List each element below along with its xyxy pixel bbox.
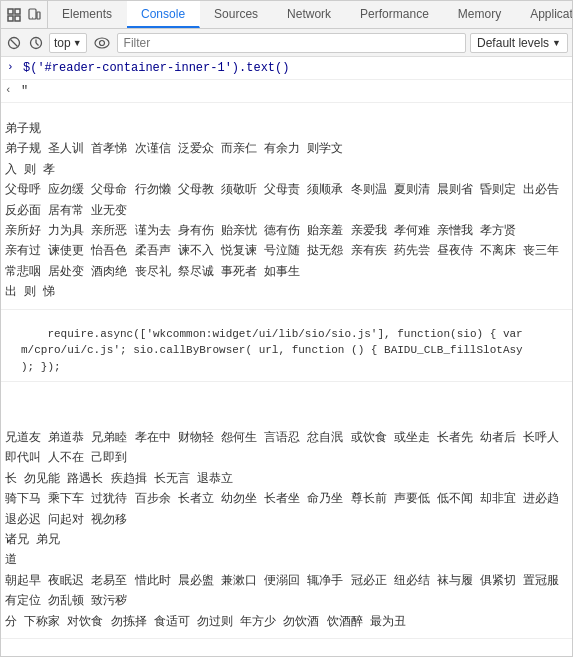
svg-line-8 xyxy=(11,39,18,46)
svg-rect-2 xyxy=(8,16,13,21)
console-output-entry: ‹ " xyxy=(1,80,572,103)
svg-rect-0 xyxy=(8,9,13,14)
svg-point-13 xyxy=(99,40,104,45)
tab-network[interactable]: Network xyxy=(273,1,346,28)
chevron-down-icon: ▼ xyxy=(73,38,82,48)
eye-icon[interactable] xyxy=(91,33,113,53)
tab-sources[interactable]: Sources xyxy=(200,1,273,28)
svg-rect-1 xyxy=(15,9,20,14)
chinese-text-1: 弟子规 弟子规 圣人训 首孝悌 次谨信 泛爱众 而亲仁 有余力 则学文 入 则 … xyxy=(1,113,572,310)
code-block-1: require.async(['wkcommon:widget/ui/lib/s… xyxy=(1,320,572,383)
tab-application[interactable]: Applicatio... xyxy=(516,1,573,28)
tab-memory[interactable]: Memory xyxy=(444,1,516,28)
svg-point-12 xyxy=(95,38,109,48)
tab-performance[interactable]: Performance xyxy=(346,1,444,28)
device-icon[interactable] xyxy=(25,6,43,24)
svg-rect-3 xyxy=(15,16,20,21)
tab-elements[interactable]: Elements xyxy=(48,1,127,28)
levels-selector[interactable]: Default levels ▼ xyxy=(470,33,568,53)
console-output[interactable]: › $('#reader-container-inner-1').text() … xyxy=(1,57,572,656)
inspect-icon[interactable] xyxy=(5,6,23,24)
preserve-log-icon[interactable] xyxy=(27,34,45,52)
console-command-entry: › $('#reader-container-inner-1').text() xyxy=(1,57,572,80)
clear-console-icon[interactable] xyxy=(5,34,23,52)
devtools-window: Elements Console Sources Network Perform… xyxy=(0,0,573,657)
filter-input[interactable] xyxy=(117,33,466,53)
command-arrow: › xyxy=(7,59,14,76)
tab-console[interactable]: Console xyxy=(127,1,200,28)
svg-line-11 xyxy=(36,43,39,46)
chinese-text-2: 兄道友 弟道恭 兄弟睦 孝在中 财物轻 怨何生 言语忍 忿自泯 或饮食 或坐走 … xyxy=(1,422,572,639)
output-arrow: ‹ xyxy=(5,82,12,99)
tab-bar: Elements Console Sources Network Perform… xyxy=(1,1,572,29)
svg-rect-5 xyxy=(37,12,40,19)
console-toolbar: top ▼ Default levels ▼ xyxy=(1,29,572,57)
toolbar-icons xyxy=(1,1,48,28)
context-selector[interactable]: top ▼ xyxy=(49,33,87,53)
chevron-down-icon: ▼ xyxy=(552,38,561,48)
